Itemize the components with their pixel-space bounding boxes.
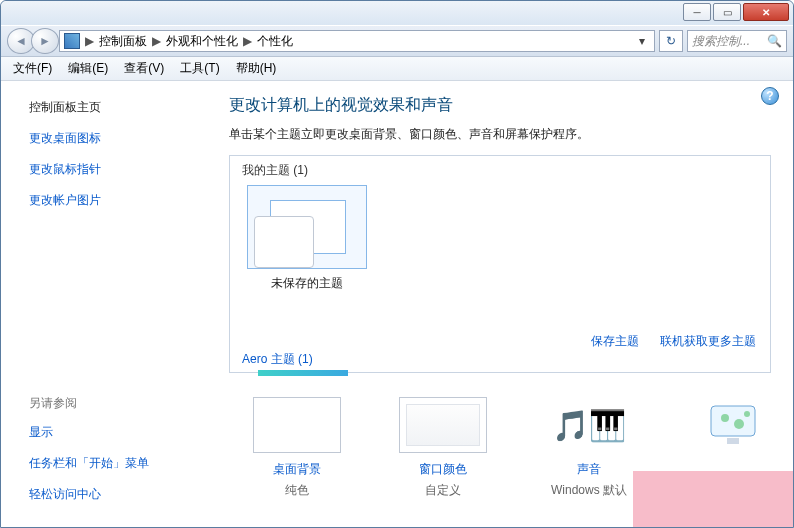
- chevron-right-icon: ▶: [243, 34, 252, 48]
- sidebar-link-taskbar[interactable]: 任务栏和「开始」菜单: [29, 455, 197, 472]
- sidebar-heading[interactable]: 控制面板主页: [29, 99, 197, 116]
- aero-theme-strip[interactable]: [258, 370, 348, 376]
- sound-icon: 🎵🎹: [545, 397, 633, 453]
- page-subtext: 单击某个主题立即更改桌面背景、窗口颜色、声音和屏幕保护程序。: [229, 126, 771, 143]
- window-frame: ─ ▭ ✕ ◄ ► ▶ 控制面板 ▶ 外观和个性化 ▶ 个性化 ▾ ↻ 搜索控制…: [0, 0, 794, 528]
- get-more-themes-link[interactable]: 联机获取更多主题: [660, 334, 756, 348]
- svg-point-2: [734, 419, 744, 429]
- window-color-value: 自定义: [375, 482, 511, 499]
- theme-name-label: 未保存的主题: [242, 275, 372, 292]
- search-placeholder: 搜索控制...: [692, 33, 750, 50]
- desktop-background-label: 桌面背景: [229, 461, 365, 478]
- menu-bar: 文件(F) 编辑(E) 查看(V) 工具(T) 帮助(H): [1, 57, 793, 81]
- window-color-thumb: [399, 397, 487, 453]
- address-bar: ◄ ► ▶ 控制面板 ▶ 外观和个性化 ▶ 个性化 ▾ ↻ 搜索控制... 🔍: [1, 25, 793, 57]
- window-color-label: 窗口颜色: [375, 461, 511, 478]
- titlebar: ─ ▭ ✕: [1, 1, 793, 25]
- help-icon[interactable]: ?: [761, 87, 779, 105]
- sidebar: 控制面板主页 更改桌面图标 更改鼠标指针 更改帐户图片 另请参阅 显示 任务栏和…: [1, 81, 211, 527]
- chevron-right-icon: ▶: [152, 34, 161, 48]
- refresh-button[interactable]: ↻: [659, 30, 683, 52]
- menu-view[interactable]: 查看(V): [124, 60, 164, 77]
- sidebar-link-desktop-icons[interactable]: 更改桌面图标: [29, 130, 197, 147]
- save-theme-link[interactable]: 保存主题: [591, 334, 639, 348]
- maximize-button[interactable]: ▭: [713, 3, 741, 21]
- theme-actions: 保存主题 联机获取更多主题: [573, 333, 756, 350]
- overlay-patch: [633, 471, 793, 527]
- main-panel: ? 更改计算机上的视觉效果和声音 单击某个主题立即更改桌面背景、窗口颜色、声音和…: [211, 81, 793, 527]
- forward-button[interactable]: ►: [31, 28, 59, 54]
- theme-thumbnail: [247, 185, 367, 269]
- address-dropdown-icon[interactable]: ▾: [634, 34, 650, 48]
- aero-themes-label: Aero 主题 (1): [242, 351, 313, 368]
- themes-pane: 我的主题 (1) 未保存的主题 保存主题 联机获取更多主题 Aero 主题 (1…: [229, 155, 771, 373]
- svg-rect-0: [711, 406, 755, 436]
- breadcrumb[interactable]: ▶ 控制面板 ▶ 外观和个性化 ▶ 个性化 ▾: [59, 30, 655, 52]
- nav-buttons: ◄ ►: [7, 28, 55, 54]
- minimize-button[interactable]: ─: [683, 3, 711, 21]
- svg-point-1: [721, 414, 729, 422]
- menu-file[interactable]: 文件(F): [13, 60, 52, 77]
- theme-item-unsaved[interactable]: 未保存的主题: [242, 185, 372, 292]
- svg-rect-4: [727, 438, 739, 444]
- control-panel-icon: [64, 33, 80, 49]
- page-title: 更改计算机上的视觉效果和声音: [229, 95, 771, 116]
- chevron-right-icon: ▶: [85, 34, 94, 48]
- search-input[interactable]: 搜索控制... 🔍: [687, 30, 787, 52]
- desktop-background-value: 纯色: [229, 482, 365, 499]
- my-themes-label: 我的主题 (1): [242, 162, 758, 179]
- sidebar-see-also-heading: 另请参阅: [29, 395, 197, 412]
- desktop-background-thumb: [253, 397, 341, 453]
- menu-tools[interactable]: 工具(T): [180, 60, 219, 77]
- crumb-control-panel[interactable]: 控制面板: [99, 33, 147, 50]
- content-body: 控制面板主页 更改桌面图标 更改鼠标指针 更改帐户图片 另请参阅 显示 任务栏和…: [1, 81, 793, 527]
- search-icon[interactable]: 🔍: [767, 34, 782, 48]
- close-button[interactable]: ✕: [743, 3, 789, 21]
- sidebar-link-account-picture[interactable]: 更改帐户图片: [29, 192, 197, 209]
- sidebar-link-mouse-pointers[interactable]: 更改鼠标指针: [29, 161, 197, 178]
- menu-edit[interactable]: 编辑(E): [68, 60, 108, 77]
- menu-help[interactable]: 帮助(H): [236, 60, 277, 77]
- window-color-item[interactable]: 窗口颜色 自定义: [375, 397, 511, 499]
- crumb-appearance[interactable]: 外观和个性化: [166, 33, 238, 50]
- sidebar-link-ease-of-access[interactable]: 轻松访问中心: [29, 486, 197, 503]
- svg-point-3: [744, 411, 750, 417]
- crumb-personalization[interactable]: 个性化: [257, 33, 293, 50]
- desktop-background-item[interactable]: 桌面背景 纯色: [229, 397, 365, 499]
- sidebar-link-display[interactable]: 显示: [29, 424, 197, 441]
- screensaver-icon: [691, 397, 779, 453]
